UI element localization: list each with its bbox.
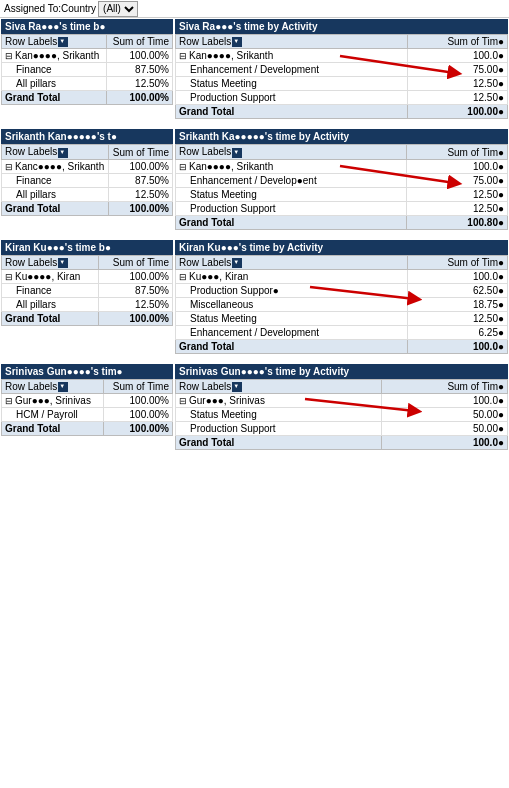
grand-total-value: 100.00% (109, 201, 173, 215)
table-row: Status Meeting50.00● (176, 408, 508, 422)
row-value: 87.50% (109, 173, 173, 187)
country-filter-select[interactable]: (All) (98, 1, 138, 17)
table-row: ⊟Gur●●●, Srinivas100.0● (176, 394, 508, 408)
grand-total-label: Grand Total (2, 422, 104, 436)
row-value: 100.0● (407, 49, 507, 63)
sections-wrapper: Siva Ra●●●'s time b●Row Labels▼Sum of Ti… (0, 18, 509, 459)
grand-total-row: Grand Total100.00% (2, 312, 173, 326)
filter-icon[interactable]: ▼ (232, 37, 242, 47)
row-section: Srinivas Gun●●●●'s tim●Row Labels▼Sum of… (0, 363, 509, 451)
filter-icon[interactable]: ▼ (232, 148, 242, 158)
row-value: 12.50● (406, 201, 507, 215)
row-label: Enhancement / Development (176, 326, 408, 340)
right-pivot-block: Kiran Ku●●●'s time by ActivityRow Labels… (175, 240, 508, 354)
row-value: 100.00% (103, 394, 172, 408)
grand-total-label: Grand Total (2, 312, 99, 326)
table-row: All pillars12.50% (2, 187, 173, 201)
row-label: ⊟Kan●●●●, Srikanth (2, 49, 107, 63)
table-row: ⊟Gur●●●, Srinivas100.00% (2, 394, 173, 408)
table-row: Production Suppor●62.50● (176, 284, 508, 298)
col-header-labels: Row Labels▼ (2, 35, 107, 49)
row-label: Status Meeting (176, 77, 408, 91)
pivot-table: Row Labels▼Sum of Time⊟Kan●●●●, Srikanth… (1, 34, 173, 105)
row-value: 6.25● (407, 326, 507, 340)
row-value: 62.50● (407, 284, 507, 298)
grand-total-row: Grand Total100.0● (176, 340, 508, 354)
table-row: Status Meeting12.50● (176, 77, 508, 91)
row-value: 100.00% (107, 49, 173, 63)
left-pivot-block: Kiran Ku●●●'s time b●Row Labels▼Sum of T… (1, 240, 173, 354)
row-label: Finance (2, 63, 107, 77)
col-header-labels: Row Labels▼ (176, 145, 407, 159)
row-value: 12.50● (407, 312, 507, 326)
grand-total-label: Grand Total (176, 340, 408, 354)
grand-total-label: Grand Total (2, 201, 109, 215)
row-value: 12.50● (407, 91, 507, 105)
filter-icon[interactable]: ▼ (58, 382, 68, 392)
row-label: ⊟Gur●●●, Srinivas (176, 394, 382, 408)
table-row: Finance87.50% (2, 63, 173, 77)
row-value: 18.75● (407, 298, 507, 312)
pivot-table: Row Labels▼Sum of Tim●⊟Gur●●●, Srinivas1… (175, 379, 508, 450)
table-row: ⊟Ku●●●, Kiran100.0● (176, 270, 508, 284)
right-pivot-block: Srikanth Ka●●●●●'s time by ActivityRow L… (175, 129, 508, 229)
pivot-table: Row Labels▼Sum of Tim●⊟Kan●●●●, Srikanth… (175, 34, 508, 119)
pivot-table: Row Labels▼Sum of Time⊟Gur●●●, Srinivas1… (1, 379, 173, 436)
col-header-labels: Row Labels▼ (176, 35, 408, 49)
row-label: Status Meeting (176, 408, 382, 422)
table-row: All pillars12.50% (2, 77, 173, 91)
row-value: 12.50% (109, 187, 173, 201)
row-label: Production Support (176, 201, 407, 215)
grand-total-row: Grand Total100.00% (2, 201, 173, 215)
filter-icon[interactable]: ▼ (232, 258, 242, 268)
filter-icon[interactable]: ▼ (58, 148, 68, 158)
row-label: Finance (2, 284, 99, 298)
table-row: ⊟Kan●●●●, Srikanth100.0● (176, 49, 508, 63)
left-pivot-block: Srinivas Gun●●●●'s tim●Row Labels▼Sum of… (1, 364, 173, 450)
pivot-table: Row Labels▼Sum of Tim●⊟Ku●●●, Kiran100.0… (175, 255, 508, 354)
table-row: ⊟Kan●●●●, Srikanth100.00% (2, 49, 173, 63)
col-header-sum: Sum of Time (109, 145, 173, 159)
pivot-title: Srikanth Kan●●●●●'s t● (1, 129, 173, 144)
col-header-sum: Sum of Tim● (407, 255, 507, 269)
row-value: 50.00● (381, 422, 507, 436)
pivot-table: Row Labels▼Sum of Time⊟Kanc●●●●, Srikant… (1, 144, 173, 215)
row-label: ⊟Ku●●●, Kiran (176, 270, 408, 284)
row-label: Production Support (176, 91, 408, 105)
table-row: Enhancement / Development75.00● (176, 63, 508, 77)
row-value: 12.50% (98, 298, 172, 312)
table-row: Finance87.50% (2, 284, 173, 298)
assigned-to-label: Assigned To:Country (4, 3, 96, 14)
grand-total-row: Grand Total100.80● (176, 215, 508, 229)
col-header-labels: Row Labels▼ (2, 255, 99, 269)
filter-icon[interactable]: ▼ (58, 258, 68, 268)
filter-icon[interactable]: ▼ (232, 382, 242, 392)
col-header-labels: Row Labels▼ (2, 145, 109, 159)
col-header-sum: Sum of Tim● (406, 145, 507, 159)
top-bar: Assigned To:Country (All) (0, 0, 509, 18)
col-header-sum: Sum of Time (107, 35, 173, 49)
row-label: Enhancement / Development (176, 63, 408, 77)
table-row: Production Support12.50● (176, 91, 508, 105)
pivot-title: Kiran Ku●●●'s time b● (1, 240, 173, 255)
row-label: HCM / Payroll (2, 408, 104, 422)
row-label: ⊟Kanc●●●●, Srikanth (2, 159, 109, 173)
grand-total-row: Grand Total100.00% (2, 91, 173, 105)
row-label: All pillars (2, 77, 107, 91)
row-value: 75.00● (407, 63, 507, 77)
col-header-sum: Sum of Tim● (407, 35, 507, 49)
row-value: 100.0● (406, 159, 507, 173)
row-label: Status Meeting (176, 187, 407, 201)
grand-total-value: 100.00% (103, 422, 172, 436)
col-header-sum: Sum of Time (98, 255, 172, 269)
grand-total-row: Grand Total100.0● (176, 436, 508, 450)
row-label: ⊟Kan●●●●, Srikanth (176, 159, 407, 173)
row-value: 100.0● (407, 270, 507, 284)
table-row: ⊟Kanc●●●●, Srikanth100.00% (2, 159, 173, 173)
grand-total-row: Grand Total100.00● (176, 105, 508, 119)
filter-icon[interactable]: ▼ (58, 37, 68, 47)
row-value: 100.0● (381, 394, 507, 408)
row-label: ⊟Gur●●●, Srinivas (2, 394, 104, 408)
table-row: Enhancement / Develop●ent75.00● (176, 173, 508, 187)
table-row: Enhancement / Development6.25● (176, 326, 508, 340)
